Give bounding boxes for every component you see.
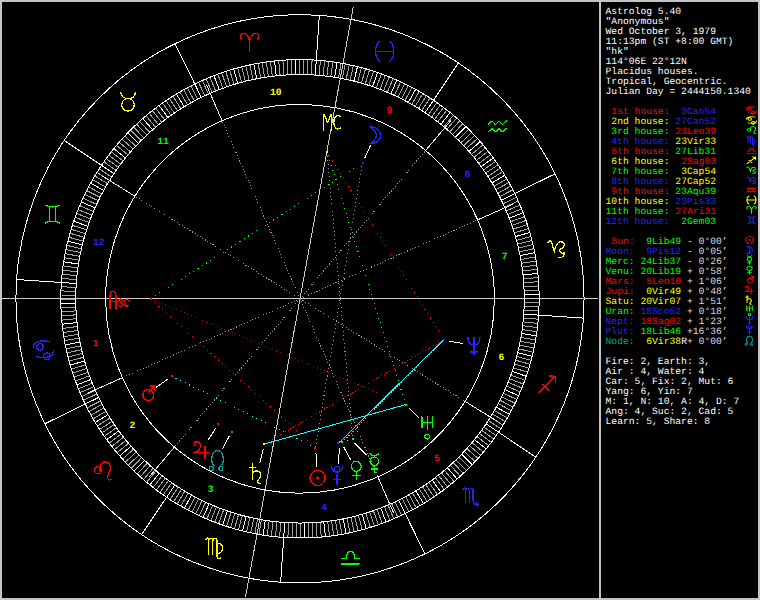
svg-text:Julian Day = 2444150.1340: Julian Day = 2444150.1340 bbox=[606, 86, 752, 97]
svg-text:2: 2 bbox=[130, 420, 136, 431]
svg-text:12th house:: 12th house: bbox=[606, 216, 670, 227]
svg-text:6Vir38: 6Vir38 bbox=[640, 336, 681, 347]
svg-text:9: 9 bbox=[386, 105, 392, 116]
svg-text:1: 1 bbox=[92, 338, 98, 349]
svg-text:5: 5 bbox=[434, 453, 440, 464]
svg-text:11: 11 bbox=[157, 136, 169, 147]
svg-text:4: 4 bbox=[321, 502, 327, 513]
svg-text:10: 10 bbox=[270, 87, 282, 98]
svg-text:2Gem03: 2Gem03 bbox=[681, 216, 716, 227]
svg-text:7: 7 bbox=[502, 251, 508, 262]
svg-text:6: 6 bbox=[498, 352, 504, 363]
svg-text:Learn: 5, Share: 8: Learn: 5, Share: 8 bbox=[606, 416, 711, 427]
svg-text:Node:: Node: bbox=[606, 336, 635, 347]
svg-text:8: 8 bbox=[465, 169, 471, 180]
svg-text:+ 0°00’: + 0°00’ bbox=[687, 336, 728, 347]
svg-text:12: 12 bbox=[93, 237, 105, 248]
svg-text:3: 3 bbox=[208, 484, 214, 495]
